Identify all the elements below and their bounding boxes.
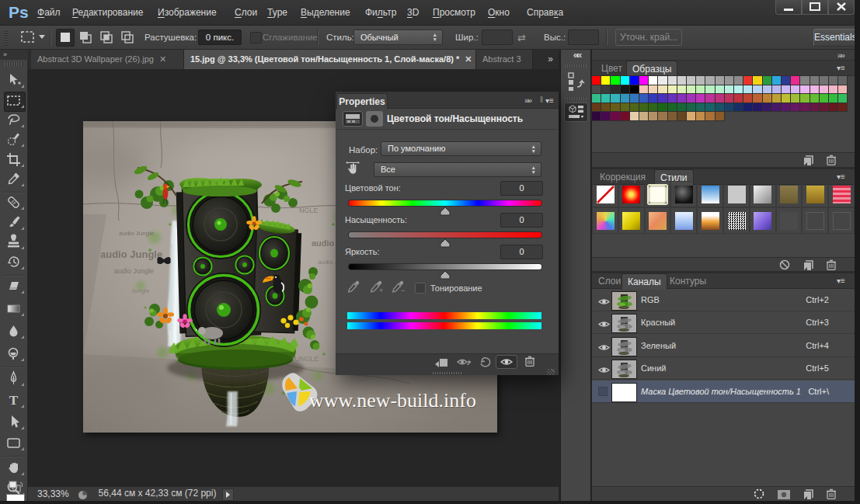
svg-text:+: + (379, 287, 383, 294)
svg-text:T: T (9, 393, 19, 408)
svg-text:−: − (401, 287, 405, 294)
svg-text:www.new-build.info: www.new-build.info (309, 389, 476, 412)
svg-text:audio Jungle: audio Jungle (119, 230, 155, 237)
svg-text:NGLE: NGLE (299, 207, 319, 214)
svg-text:audio Jungle: audio Jungle (114, 267, 154, 275)
svg-text:Jungle: Jungle (131, 287, 150, 294)
svg-text:audio Jungle: audio Jungle (100, 249, 162, 260)
svg-text:JUNGLE: JUNGLE (291, 355, 319, 363)
